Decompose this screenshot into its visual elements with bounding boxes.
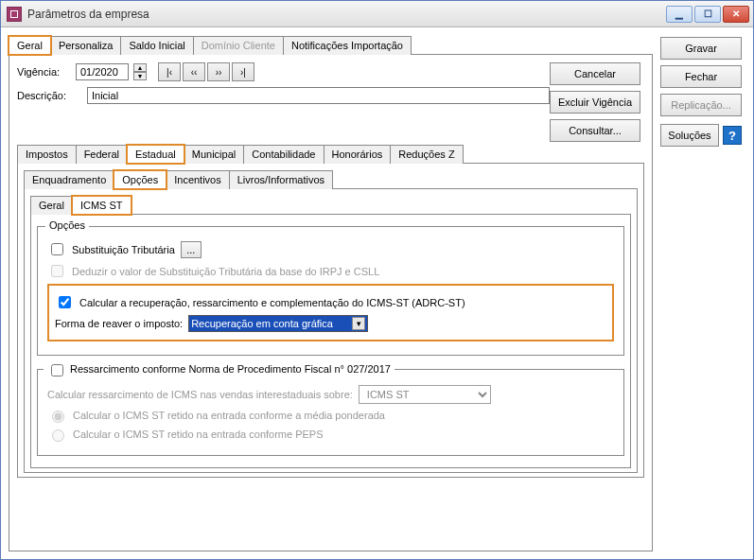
chk-deduzir-row: Deduzir o valor de Substituição Tributár… [47,262,614,280]
highlight-adrc: Calcular a recuperação, ressarcimento e … [47,284,614,341]
minimize-button[interactable]: ▁ [666,6,693,23]
app-icon [7,7,22,22]
help-icon[interactable]: ? [723,126,742,145]
tab-saldo-inicial[interactable]: Saldo Inicial [120,36,193,55]
tab-icms-st[interactable]: ICMS ST [72,196,132,215]
calc-ressarc-label: Calcular ressarcimento de ICMS nas venda… [47,389,353,400]
nav-prev-button[interactable]: ‹‹ [183,62,205,81]
chk-deduzir-label: Deduzir o valor de Substituição Tributár… [72,266,379,277]
radio-peps-label: Calcular o ICMS ST retido na entrada con… [73,429,324,440]
panel-icms-st: Opções Substituição Tributária ... Deduz… [30,215,631,468]
chk-sub-trib[interactable] [51,243,63,255]
radio-media-ponderada [52,411,64,423]
forma-select[interactable]: Recuperação em conta gráfica ▼ [188,315,368,332]
tab-geral[interactable]: Geral [9,36,51,55]
legend-opcoes: Opções [45,219,89,231]
tab-estadual[interactable]: Estadual [127,145,184,164]
tab-enquadramento[interactable]: Enquadramento [24,170,114,189]
radio-peps [52,429,64,442]
vigencia-area: Vigência: ▲ ▼ |‹ ‹‹ ›› ›| [17,62,644,142]
tab-personaliza[interactable]: Personaliza [50,36,121,55]
chk-adrc[interactable] [59,296,71,308]
main-area: Geral Personaliza Saldo Inicial Domínio … [9,35,653,551]
close-button[interactable]: ✕ [723,6,749,23]
tab-federal[interactable]: Federal [76,145,128,164]
consultar-button[interactable]: Consultar... [550,119,640,142]
fechar-button[interactable]: Fechar [660,65,742,88]
titlebar: Parâmetros da empresa ▁ ☐ ✕ [1,1,753,27]
chk-ressarc[interactable] [51,364,63,376]
maximize-button[interactable]: ☐ [694,6,721,23]
fieldset-opcoes: Opções Substituição Tributária ... Deduz… [37,226,624,356]
tab-livros[interactable]: Livros/Informativos [229,170,333,189]
tab-dominio-cliente: Domínio Cliente [193,36,284,55]
vigencia-spinner[interactable]: ▲ ▼ [134,63,147,80]
replicacao-button[interactable]: Replicação... [660,94,742,116]
forma-select-value: Recuperação em conta gráfica [191,318,333,329]
descricao-label: Descrição: [17,90,81,101]
chk-ressarc-label: Ressarcimento conforme Norma de Procedim… [70,363,391,375]
window-controls: ▁ ☐ ✕ [666,6,749,23]
vigencia-label: Vigência: [17,66,70,78]
tab-municipal[interactable]: Municipal [184,145,244,164]
chk-sub-trib-label: Substituição Tributária [72,244,175,255]
fieldset-ressarc: Ressarcimento conforme Norma de Procedim… [37,369,624,456]
tab-opcoes[interactable]: Opções [114,170,167,189]
gravar-button[interactable]: Gravar [660,37,742,60]
window-title: Parâmetros da empresa [27,8,666,21]
vigencia-input[interactable] [76,63,129,80]
tabs3-strip: Enquadramento Opções Incentivos Livros/I… [24,169,638,189]
spin-up-icon[interactable]: ▲ [133,63,147,72]
chk-sub-trib-row: Substituição Tributária ... [47,240,614,258]
top-tabstrip: Geral Personaliza Saldo Inicial Domínio … [9,35,653,55]
excluir-vigencia-button[interactable]: Excluir Vigência [550,91,640,114]
legend-ressarc: Ressarcimento conforme Norma de Procedim… [44,361,395,379]
tabs4-strip: Geral ICMS ST [30,195,631,215]
tab-honorarios[interactable]: Honorários [324,145,392,164]
solucoes-button[interactable]: Soluções [660,124,719,147]
ressarc-select: ICMS ST [359,385,491,404]
radio-media-label: Calcular o ICMS ST retido na entrada con… [73,410,385,421]
nav-last-button[interactable]: ›| [232,62,254,81]
top-panel: Vigência: ▲ ▼ |‹ ‹‹ ›› ›| [9,55,653,551]
tabs2-strip: Impostos Federal Estadual Municipal Cont… [17,144,644,164]
vigencia-nav: |‹ ‹‹ ›› ›| [158,62,254,81]
window: Parâmetros da empresa ▁ ☐ ✕ Geral Person… [0,0,754,560]
sub-trib-details-button[interactable]: ... [181,241,202,258]
chk-deduzir [51,265,63,277]
tab-notificacoes[interactable]: Notificações Importação [283,36,412,55]
tab-reducoes-z[interactable]: Reduções Z [390,145,463,164]
tab-geral-inner[interactable]: Geral [30,196,73,215]
tab-impostos[interactable]: Impostos [17,145,77,164]
panel-opcoes: Geral ICMS ST Opções Substituição Tribut… [24,189,638,473]
panel-estadual: Enquadramento Opções Incentivos Livros/I… [17,164,644,478]
nav-next-button[interactable]: ›› [207,62,230,81]
cancelar-button[interactable]: Cancelar [550,62,640,85]
tab-contabilidade[interactable]: Contabilidade [243,145,324,164]
nav-first-button[interactable]: |‹ [158,62,181,81]
chevron-down-icon: ▼ [352,317,365,330]
spin-down-icon[interactable]: ▼ [133,72,147,80]
side-panel: Gravar Fechar Replicação... Soluções ? [660,35,745,551]
descricao-input[interactable] [87,87,550,104]
chk-adrc-label: Calcular a recuperação, ressarcimento e … [79,297,465,308]
forma-label: Forma de reaver o imposto: [55,318,183,329]
tab-incentivos[interactable]: Incentivos [166,170,230,189]
client-area: Geral Personaliza Saldo Inicial Domínio … [1,27,753,559]
